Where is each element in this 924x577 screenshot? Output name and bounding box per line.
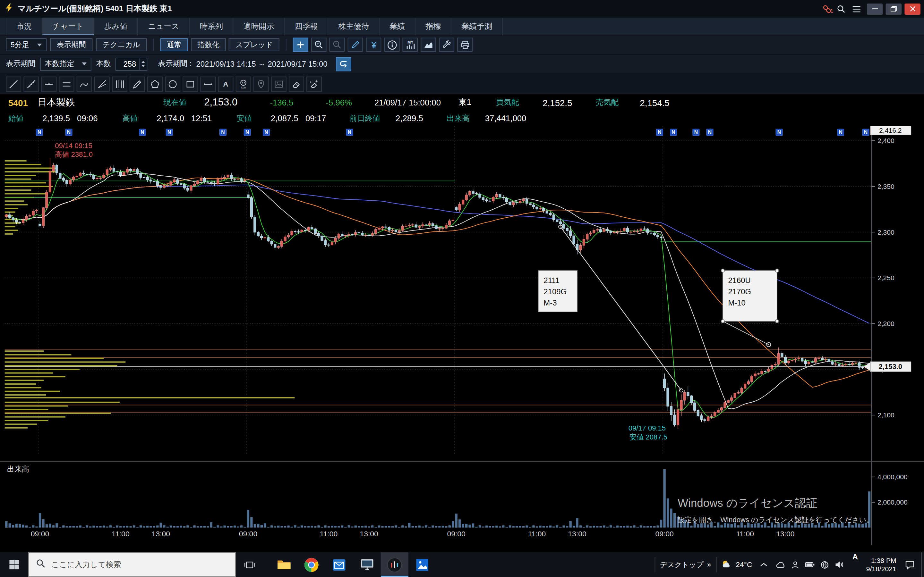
taskbar-display-icon[interactable] <box>353 552 381 577</box>
step-down-icon[interactable] <box>142 65 145 67</box>
news-marker[interactable]: N <box>863 129 869 135</box>
parallel-lines-tool-icon[interactable] <box>59 76 74 92</box>
technical-button[interactable]: テクニカル <box>96 38 147 51</box>
display-period-button[interactable]: 表示期間 <box>50 38 92 51</box>
news-marker[interactable]: N <box>776 129 782 135</box>
show-desktop-button[interactable] <box>921 552 924 577</box>
news-marker[interactable]: N <box>837 129 844 135</box>
tab-ニュース[interactable]: ニュース <box>138 18 190 35</box>
search-icon[interactable] <box>833 2 849 15</box>
taskbar-search-input[interactable]: ここに入力して検索 <box>28 552 236 577</box>
rectangle-tool-icon[interactable] <box>183 76 198 92</box>
close-button[interactable] <box>905 3 921 15</box>
add-icon[interactable] <box>293 38 309 52</box>
marker-tool-icon[interactable] <box>254 76 269 92</box>
news-marker[interactable]: N <box>656 129 663 135</box>
tab-チャート[interactable]: チャート <box>42 18 94 35</box>
news-marker[interactable]: N <box>65 129 72 135</box>
tab-株主優待[interactable]: 株主優待 <box>328 18 380 35</box>
text-tool-icon[interactable]: A <box>218 76 234 92</box>
person-icon[interactable] <box>791 560 800 569</box>
fibonacci-tool-icon[interactable] <box>77 76 92 92</box>
angle-line-tool-icon[interactable] <box>94 76 110 92</box>
news-marker[interactable]: N <box>263 129 270 135</box>
bar-count-stepper[interactable]: 258 <box>115 57 147 70</box>
tab-業績予測[interactable]: 業績予測 <box>451 18 503 35</box>
callout-resize-handle[interactable] <box>721 269 724 272</box>
yen-icon[interactable] <box>366 38 381 52</box>
weather-widget[interactable]: 24°C <box>716 552 757 577</box>
pencil-tool-icon[interactable] <box>129 76 145 92</box>
action-center-icon[interactable] <box>901 552 921 577</box>
info-icon[interactable] <box>384 38 400 52</box>
period-mode-select[interactable]: 本数指定 <box>40 57 91 70</box>
news-marker[interactable]: N <box>166 129 173 135</box>
volume-icon[interactable] <box>835 561 844 569</box>
news-marker[interactable]: N <box>139 129 145 135</box>
horizontal-line-tool-icon[interactable] <box>41 76 57 92</box>
wrench-icon[interactable] <box>439 38 455 52</box>
tab-適時開示[interactable]: 適時開示 <box>234 18 285 35</box>
mode-button-指数化[interactable]: 指数化 <box>191 38 226 51</box>
tab-歩み値[interactable]: 歩み値 <box>94 18 138 35</box>
restore-button[interactable] <box>886 3 902 15</box>
mode-button-スプレッド[interactable]: スプレッド <box>229 38 279 51</box>
icon-stamp-tool-icon[interactable]: icon <box>236 76 251 92</box>
callout-resize-handle[interactable] <box>775 319 779 323</box>
news-marker[interactable]: N <box>36 129 43 135</box>
zoom-in-icon[interactable] <box>312 38 327 52</box>
eraser-tool-icon[interactable] <box>289 76 304 92</box>
news-marker[interactable]: N <box>346 129 353 135</box>
image-tool-icon[interactable] <box>271 76 286 92</box>
desktop-toolbar[interactable]: デスクトップ » <box>656 552 716 577</box>
tab-業績[interactable]: 業績 <box>380 18 415 35</box>
taskbar-trading-app-icon[interactable] <box>381 552 409 577</box>
taskbar-chrome-icon[interactable] <box>298 552 325 577</box>
tray-expand-icon[interactable] <box>757 552 771 577</box>
pen-icon[interactable] <box>348 38 363 52</box>
news-marker[interactable]: N <box>244 129 250 135</box>
ruler-tool-icon[interactable] <box>23 76 39 92</box>
segment-tool-icon[interactable] <box>200 76 216 92</box>
print-icon[interactable] <box>457 38 473 52</box>
news-marker[interactable]: N <box>706 129 713 135</box>
minimize-button[interactable] <box>867 3 883 15</box>
news-marker[interactable]: N <box>220 129 226 135</box>
step-up-icon[interactable] <box>142 61 145 63</box>
callout-resize-handle[interactable] <box>775 269 779 272</box>
zoom-out-icon[interactable] <box>330 38 345 52</box>
start-button[interactable] <box>0 552 28 577</box>
taskbar-clock[interactable]: 1:38 PM 9/18/2021 <box>861 552 901 577</box>
my-chart-icon[interactable]: MY <box>403 38 418 52</box>
callout-box[interactable]: 21112109GM-3 <box>538 271 577 312</box>
cloud-icon[interactable] <box>776 561 786 569</box>
vertical-lines-tool-icon[interactable] <box>112 76 128 92</box>
taskbar-photos-icon[interactable] <box>409 552 436 577</box>
taskbar-mail-app-icon[interactable] <box>325 552 353 577</box>
mode-button-通常[interactable]: 通常 <box>160 38 188 51</box>
task-view-button[interactable] <box>236 552 263 577</box>
tab-四季報[interactable]: 四季報 <box>284 18 328 35</box>
taskbar-explorer-icon[interactable] <box>270 552 297 577</box>
polygon-tool-icon[interactable] <box>147 76 163 92</box>
battery-icon[interactable] <box>805 561 815 568</box>
news-marker[interactable]: N <box>670 129 677 135</box>
reset-range-button[interactable] <box>336 57 351 71</box>
network-icon[interactable] <box>821 560 830 569</box>
clear-all-tool-icon[interactable] <box>306 76 322 92</box>
interval-select[interactable]: 5分足 <box>6 38 47 51</box>
price-chart-canvas[interactable]: NNNNNNNNNNNNNNN09/14 09:15高値 2381.009/17… <box>0 126 924 551</box>
callout-box[interactable]: 2160U2170GM-10 <box>721 269 779 347</box>
tab-時系列[interactable]: 時系列 <box>190 18 234 35</box>
chart-area[interactable]: NNNNNNNNNNNNNNN09/14 09:15高値 2381.009/17… <box>0 126 924 551</box>
ellipse-tool-icon[interactable] <box>165 76 180 92</box>
tab-指標[interactable]: 指標 <box>415 18 451 35</box>
trendline-tool-icon[interactable] <box>6 76 21 92</box>
area-chart-icon[interactable] <box>421 38 436 52</box>
callout-resize-handle[interactable] <box>721 319 724 323</box>
tab-市況[interactable]: 市況 <box>6 18 42 35</box>
menu-icon[interactable] <box>849 2 864 15</box>
time-axis-label: 13:00 <box>776 530 795 538</box>
news-marker[interactable]: N <box>693 129 699 135</box>
ime-indicator[interactable]: A <box>849 552 861 577</box>
